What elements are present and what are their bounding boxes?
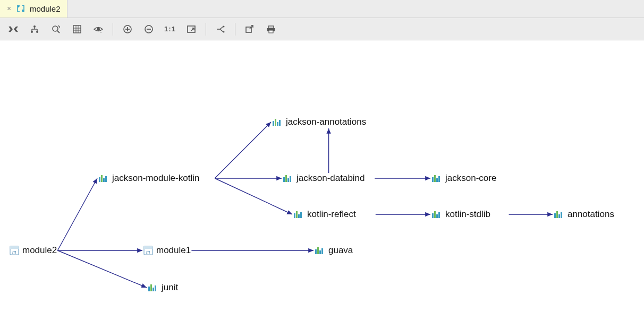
svg-rect-52 xyxy=(99,177,100,182)
library-icon xyxy=(148,283,158,292)
svg-line-12 xyxy=(57,31,60,33)
svg-point-10 xyxy=(36,31,38,33)
svg-rect-35 xyxy=(268,26,274,28)
graph-node-kotlin-reflect[interactable]: kotlin-reflect xyxy=(293,209,356,220)
toggle-grid-button[interactable] xyxy=(68,20,86,38)
svg-rect-65 xyxy=(277,122,278,126)
svg-rect-66 xyxy=(279,120,281,126)
node-label: jackson-module-kotlin xyxy=(112,173,199,184)
graph-node-kotlin-stdlib[interactable]: kotlin-stdlib xyxy=(431,209,490,220)
svg-point-11 xyxy=(53,26,58,31)
graph-node-jackson-module-kotlin[interactable]: jackson-module-kotlin xyxy=(98,173,199,184)
svg-rect-54 xyxy=(103,178,105,182)
svg-rect-55 xyxy=(105,176,107,182)
svg-line-27 xyxy=(191,28,194,31)
svg-rect-89 xyxy=(558,214,560,218)
print-button[interactable] xyxy=(262,20,280,38)
svg-rect-73 xyxy=(298,214,300,218)
graph-node-module1[interactable]: mmodule1 xyxy=(143,245,191,256)
library-icon xyxy=(315,246,325,255)
toolbar-separator xyxy=(113,23,113,36)
library-icon xyxy=(283,174,293,183)
node-label: junit xyxy=(162,282,178,293)
svg-rect-59 xyxy=(148,287,150,291)
svg-rect-87 xyxy=(554,213,556,218)
svg-rect-83 xyxy=(432,213,434,218)
svg-rect-79 xyxy=(432,177,434,182)
graph-node-jackson-annotations[interactable]: jackson-annotations xyxy=(272,117,366,127)
svg-rect-68 xyxy=(285,175,287,182)
svg-rect-60 xyxy=(150,284,152,291)
node-label: kotlin-reflect xyxy=(307,209,356,220)
svg-line-43 xyxy=(215,178,292,214)
svg-rect-63 xyxy=(273,121,274,126)
node-label: module1 xyxy=(156,245,191,256)
node-label: jackson-core xyxy=(445,173,496,184)
graph-node-junit[interactable]: junit xyxy=(148,282,178,293)
svg-rect-72 xyxy=(296,211,298,218)
svg-line-38 xyxy=(57,178,97,250)
tab-title: module2 xyxy=(30,4,61,13)
svg-rect-67 xyxy=(283,177,285,182)
dependency-graph-canvas[interactable]: mmodule2jackson-module-kotlinmmodule1jun… xyxy=(0,40,644,312)
toolbar-separator xyxy=(206,23,206,36)
node-label: guava xyxy=(328,245,353,256)
node-label: jackson-databind xyxy=(296,173,365,184)
fit-content-button[interactable] xyxy=(182,20,200,38)
zoom-out-button[interactable] xyxy=(140,20,158,38)
toolbar-separator xyxy=(235,23,235,36)
svg-rect-81 xyxy=(436,178,438,182)
graph-node-annotations[interactable]: annotations xyxy=(554,209,614,220)
library-icon xyxy=(293,210,304,219)
library-icon xyxy=(98,174,109,183)
scale-1-1-button[interactable]: 1:1 xyxy=(161,20,179,38)
svg-rect-53 xyxy=(101,175,103,182)
svg-rect-84 xyxy=(434,211,436,218)
svg-rect-70 xyxy=(290,176,291,182)
svg-rect-80 xyxy=(434,175,436,182)
svg-point-9 xyxy=(31,31,33,33)
svg-rect-62 xyxy=(155,285,156,291)
module-icon: m xyxy=(10,246,19,255)
export-button[interactable] xyxy=(241,20,259,38)
svg-marker-20 xyxy=(100,32,101,33)
graph-node-guava[interactable]: guava xyxy=(315,245,353,256)
node-label: annotations xyxy=(567,209,614,220)
graph-node-module2[interactable]: mmodule2 xyxy=(10,245,57,256)
svg-rect-85 xyxy=(436,214,438,218)
svg-rect-78 xyxy=(321,248,323,254)
svg-rect-82 xyxy=(438,176,440,182)
svg-rect-75 xyxy=(315,249,317,254)
library-icon xyxy=(272,118,283,126)
svg-line-40 xyxy=(57,250,147,288)
svg-text:m: m xyxy=(146,249,150,255)
library-icon xyxy=(431,210,442,219)
svg-point-19 xyxy=(97,28,100,31)
svg-rect-37 xyxy=(269,30,273,33)
tab-bar: × module2 xyxy=(0,0,644,18)
toggle-visibility-button[interactable] xyxy=(89,20,107,38)
svg-rect-86 xyxy=(438,212,440,218)
graph-node-jackson-databind[interactable]: jackson-databind xyxy=(283,173,365,184)
zoom-to-selection-button[interactable] xyxy=(47,20,65,38)
diagram-toolbar: 1:1 xyxy=(0,18,644,40)
svg-point-4 xyxy=(33,25,36,28)
collapse-expand-button[interactable] xyxy=(4,20,22,38)
svg-text:m: m xyxy=(12,249,16,255)
diagram-icon xyxy=(16,4,26,13)
svg-line-30 xyxy=(220,29,223,32)
svg-rect-76 xyxy=(317,247,319,254)
svg-line-29 xyxy=(220,27,223,29)
svg-rect-14 xyxy=(73,25,81,33)
svg-rect-74 xyxy=(300,212,302,218)
editor-tab-module2[interactable]: × module2 xyxy=(0,0,67,18)
find-parent-button[interactable] xyxy=(26,20,44,38)
svg-rect-69 xyxy=(287,178,289,182)
zoom-in-button[interactable] xyxy=(118,20,137,38)
module-icon: m xyxy=(143,246,153,255)
routing-button[interactable] xyxy=(211,20,230,38)
svg-rect-61 xyxy=(152,288,154,291)
svg-rect-88 xyxy=(556,211,558,218)
close-icon[interactable]: × xyxy=(6,6,12,11)
graph-node-jackson-core[interactable]: jackson-core xyxy=(431,173,496,184)
